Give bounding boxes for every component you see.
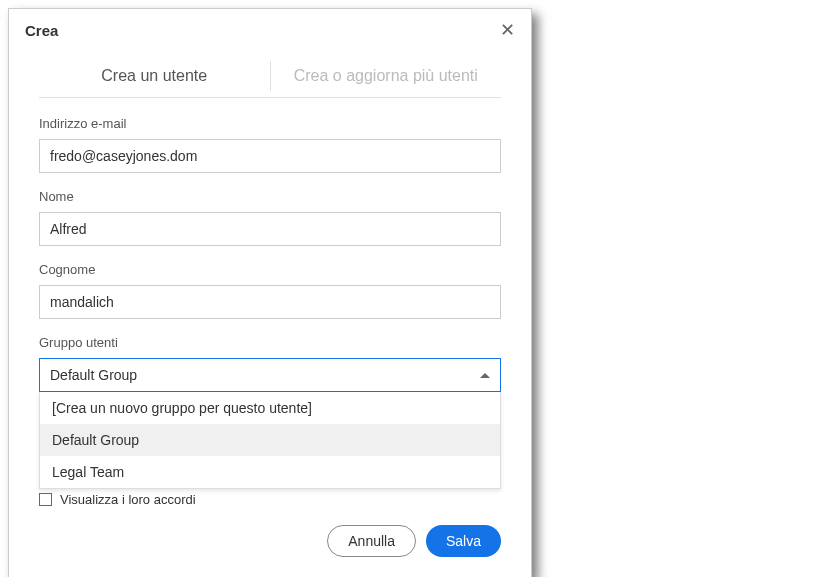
group-label: Gruppo utenti (39, 335, 501, 350)
modal-title: Crea (25, 22, 58, 39)
caret-up-icon (480, 373, 490, 378)
group-option-default[interactable]: Default Group (40, 424, 500, 456)
firstname-label: Nome (39, 189, 501, 204)
firstname-input[interactable] (39, 212, 501, 246)
field-lastname: Cognome (39, 262, 501, 319)
lastname-label: Cognome (39, 262, 501, 277)
email-input[interactable] (39, 139, 501, 173)
view-agreements-row: Visualizza i loro accordi (39, 492, 501, 507)
tabs: Crea un utente Crea o aggiorna più utent… (39, 55, 501, 98)
field-email: Indirizzo e-mail (39, 116, 501, 173)
close-icon[interactable]: ✕ (500, 21, 515, 39)
form-body: Indirizzo e-mail Nome Cognome Gruppo ute… (9, 98, 531, 577)
group-select-wrapper: Default Group [Crea un nuovo gruppo per … (39, 358, 501, 392)
lastname-input[interactable] (39, 285, 501, 319)
tab-create-single[interactable]: Crea un utente (39, 55, 270, 97)
group-select[interactable]: Default Group (39, 358, 501, 392)
group-selected-value: Default Group (50, 367, 137, 383)
group-option-new[interactable]: [Crea un nuovo gruppo per questo utente] (40, 392, 500, 424)
group-dropdown: [Crea un nuovo gruppo per questo utente]… (39, 392, 501, 489)
tab-create-bulk[interactable]: Crea o aggiorna più utenti (271, 55, 502, 97)
view-agreements-label: Visualizza i loro accordi (60, 492, 196, 507)
create-user-modal: Crea ✕ Crea un utente Crea o aggiorna pi… (8, 8, 532, 577)
modal-header: Crea ✕ (9, 9, 531, 47)
view-agreements-checkbox[interactable] (39, 493, 52, 506)
modal-footer: Annulla Salva (39, 525, 501, 557)
field-firstname: Nome (39, 189, 501, 246)
group-option-legal[interactable]: Legal Team (40, 456, 500, 488)
save-button[interactable]: Salva (426, 525, 501, 557)
email-label: Indirizzo e-mail (39, 116, 501, 131)
field-group: Gruppo utenti Default Group [Crea un nuo… (39, 335, 501, 392)
cancel-button[interactable]: Annulla (327, 525, 416, 557)
